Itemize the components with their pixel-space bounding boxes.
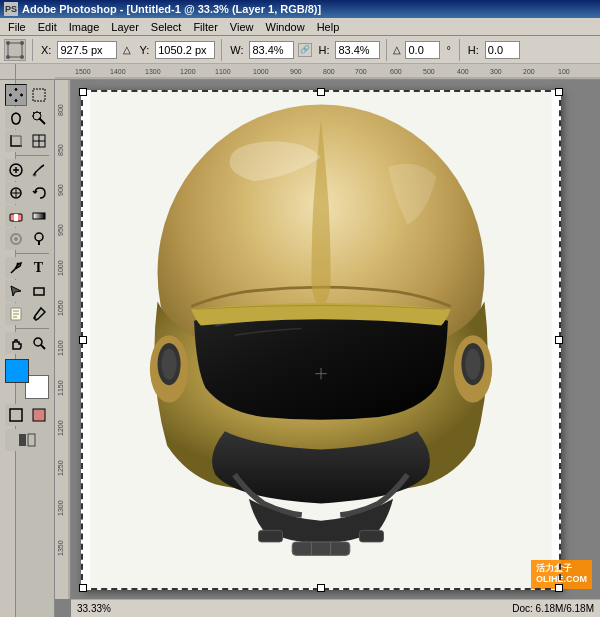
svg-text:1100: 1100 — [215, 68, 231, 75]
sep3 — [386, 39, 387, 61]
svg-rect-77 — [259, 530, 283, 542]
zoom-tool[interactable] — [28, 332, 50, 354]
screen-mode-btn[interactable] — [5, 429, 49, 451]
notes-tool[interactable] — [5, 303, 27, 325]
tool-row-1 — [5, 84, 50, 106]
svg-text:800: 800 — [323, 68, 335, 75]
lasso-tool[interactable] — [5, 107, 27, 129]
svg-text:1050: 1050 — [57, 300, 64, 316]
svg-text:1100: 1100 — [57, 340, 64, 356]
tool-row-11 — [5, 332, 50, 354]
gradient-tool[interactable] — [28, 205, 50, 227]
type-tool[interactable]: T — [28, 257, 50, 279]
svg-text:1200: 1200 — [180, 68, 196, 75]
sep1 — [32, 39, 33, 61]
menu-layer[interactable]: Layer — [105, 20, 145, 34]
svg-text:1150: 1150 — [57, 380, 64, 396]
magic-wand-tool[interactable] — [28, 107, 50, 129]
svg-rect-79 — [292, 542, 350, 555]
menu-file[interactable]: File — [2, 20, 32, 34]
eyedropper-tool[interactable] — [28, 303, 50, 325]
svg-text:1000: 1000 — [57, 260, 64, 276]
sep4 — [459, 39, 460, 61]
svg-rect-78 — [359, 530, 383, 542]
h-input[interactable] — [335, 41, 380, 59]
menu-view[interactable]: View — [224, 20, 260, 34]
foreground-color-swatch[interactable] — [5, 359, 29, 383]
svg-text:1300: 1300 — [57, 500, 64, 516]
svg-rect-20 — [33, 213, 45, 219]
svg-rect-0 — [8, 43, 22, 57]
menu-bar: File Edit Image Layer Select Filter View… — [0, 18, 600, 36]
svg-point-76 — [465, 349, 480, 380]
canvas-area: 1500 1400 1300 1200 1100 1000 900 800 70… — [55, 64, 600, 617]
history-tool[interactable] — [28, 182, 50, 204]
h-label: H: — [318, 44, 329, 56]
screen-mode-row — [5, 429, 49, 451]
clone-tool[interactable] — [5, 182, 27, 204]
eraser-tool[interactable] — [5, 205, 27, 227]
brush-tool[interactable] — [28, 159, 50, 181]
quick-mask-btn[interactable] — [28, 404, 50, 426]
svg-rect-7 — [33, 89, 45, 101]
standard-mode-btn[interactable] — [5, 404, 27, 426]
menu-filter[interactable]: Filter — [187, 20, 223, 34]
svg-rect-37 — [28, 434, 35, 446]
x-input[interactable] — [57, 41, 117, 59]
dodge-tool[interactable] — [28, 228, 50, 250]
helmet-image — [81, 90, 561, 590]
y-input[interactable] — [155, 41, 215, 59]
svg-text:300: 300 — [490, 68, 502, 75]
svg-text:700: 700 — [355, 68, 367, 75]
svg-text:950: 950 — [57, 224, 64, 236]
svg-rect-19 — [14, 214, 18, 221]
x-label: X: — [41, 44, 51, 56]
svg-rect-34 — [10, 409, 22, 421]
menu-edit[interactable]: Edit — [32, 20, 63, 34]
zoom-display: 33.33% — [77, 603, 111, 614]
tool-row-3 — [5, 130, 50, 152]
tool-row-8: T — [5, 257, 50, 279]
svg-rect-36 — [19, 434, 26, 446]
blur-tool[interactable] — [5, 228, 27, 250]
svg-text:900: 900 — [57, 184, 64, 196]
link-wh-button[interactable]: 🔗 — [298, 43, 312, 57]
svg-text:1000: 1000 — [253, 68, 269, 75]
svg-point-25 — [16, 263, 19, 266]
title-bar: PS Adobe Photoshop - [Untitled-1 @ 33.3%… — [0, 0, 600, 18]
svg-point-16 — [32, 174, 36, 177]
mode-row — [5, 404, 50, 426]
svg-text:1350: 1350 — [57, 540, 64, 556]
tool-row-10 — [5, 303, 50, 325]
crop-tool[interactable] — [5, 130, 27, 152]
menu-select[interactable]: Select — [145, 20, 188, 34]
menu-window[interactable]: Window — [260, 20, 311, 34]
selection-tool[interactable] — [28, 84, 50, 106]
h2-input[interactable] — [485, 41, 520, 59]
tool-row-9 — [5, 280, 50, 302]
svg-point-23 — [35, 233, 43, 241]
tool-row-2 — [5, 107, 50, 129]
transform-options-icon[interactable] — [4, 39, 26, 61]
w-input[interactable] — [249, 41, 294, 59]
sep2 — [221, 39, 222, 61]
menu-image[interactable]: Image — [63, 20, 106, 34]
app-icon: PS — [4, 2, 18, 16]
svg-text:1300: 1300 — [145, 68, 161, 75]
menu-help[interactable]: Help — [311, 20, 346, 34]
svg-point-3 — [6, 55, 10, 59]
hand-tool[interactable] — [5, 332, 27, 354]
svg-text:850: 850 — [57, 144, 64, 156]
slice-tool[interactable] — [28, 130, 50, 152]
healing-tool[interactable] — [5, 159, 27, 181]
doc-info: Doc: 6.18M/6.18M — [512, 603, 594, 614]
title-label: Adobe Photoshop - [Untitled-1 @ 33.3% (L… — [22, 3, 321, 15]
pen-tool[interactable] — [5, 257, 27, 279]
svg-rect-35 — [33, 409, 45, 421]
shape-tool[interactable] — [28, 280, 50, 302]
angle-input[interactable] — [405, 41, 440, 59]
main-area: T — [0, 64, 600, 617]
ruler-left: 800 850 900 950 1000 1050 1100 1150 1200… — [55, 80, 71, 599]
path-select-tool[interactable] — [5, 280, 27, 302]
move-tool[interactable] — [5, 84, 27, 106]
